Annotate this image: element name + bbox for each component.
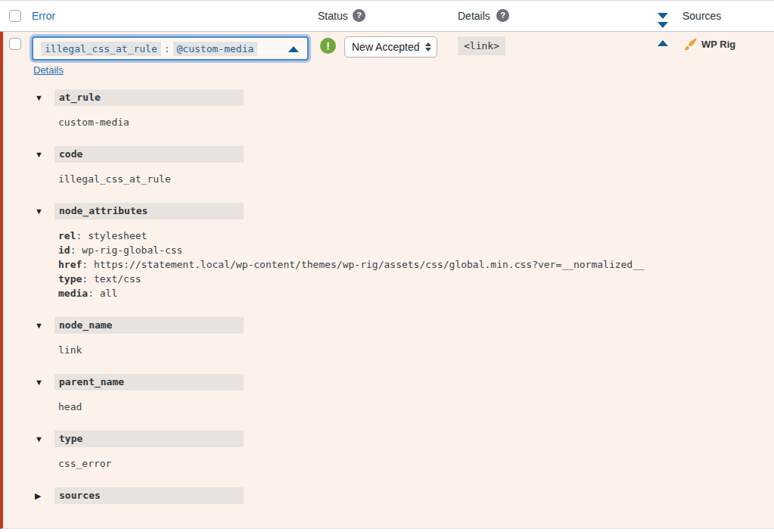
section-label[interactable]: sources (54, 487, 244, 504)
select-all-checkbox[interactable] (9, 10, 21, 22)
error-code-chip: illegal_css_at_rule (41, 42, 161, 56)
row-checkbox[interactable] (9, 38, 21, 50)
validation-error-row: illegal_css_at_rule : @custom-media Deta… (0, 32, 774, 529)
collapse-section-icon[interactable]: ▼ (35, 317, 54, 334)
detail-section: ▼parent_namehead (35, 374, 746, 414)
collapse-section-icon[interactable]: ▼ (35, 374, 54, 390)
section-content-line: link (58, 343, 746, 357)
detail-section: ▶sources (35, 487, 746, 504)
collapse-sources-icon[interactable] (657, 40, 668, 46)
column-header-details: Details (458, 10, 490, 23)
section-header: ▼parent_name (35, 374, 746, 390)
chevron-down-icon (657, 22, 668, 28)
status-help-icon[interactable]: ? (353, 9, 365, 22)
section-content-line: href: https://statement.local/wp-content… (58, 257, 746, 272)
section-header: ▼node_attributes (35, 203, 746, 219)
column-header-error[interactable]: Error (32, 10, 55, 23)
section-label[interactable]: code (54, 146, 244, 163)
status-select-value: New Accepted (352, 41, 420, 53)
collapse-section-icon[interactable]: ▼ (35, 146, 54, 163)
section-content-line: css_error (58, 456, 746, 471)
paintbrush-icon (683, 37, 698, 51)
section-content-line: head (58, 400, 746, 414)
detail-section: ▼node_namelink (35, 317, 746, 357)
error-details-sections: ▼at_rulecustom-media▼codeillegal_css_at_… (35, 89, 746, 521)
section-content-line: custom-media (58, 115, 746, 129)
section-header: ▶sources (35, 487, 746, 504)
section-content: custom-media (58, 115, 746, 129)
section-label[interactable]: node_attributes (54, 203, 244, 219)
section-header: ▼at_rule (35, 89, 746, 106)
error-separator: : (164, 43, 170, 54)
detail-section: ▼codeillegal_css_at_rule (35, 146, 746, 186)
section-content: rel: stylesheetid: wp-rig-global-csshref… (58, 229, 746, 300)
status-new-accepted-icon: ! (320, 38, 336, 54)
section-content-line: id: wp-rig-global-css (58, 243, 746, 257)
detail-section: ▼typecss_error (35, 431, 746, 471)
validation-errors-screen: Error Status ? Details ? Sources illegal… (0, 0, 774, 532)
details-link[interactable]: Details (33, 64, 64, 76)
collapse-section-icon[interactable]: ▼ (35, 203, 54, 219)
column-header-sources: Sources (682, 10, 721, 23)
section-label[interactable]: node_name (54, 317, 244, 334)
section-content-line: type: text/css (58, 272, 746, 286)
details-help-icon[interactable]: ? (496, 9, 509, 22)
section-content-line: illegal_css_at_rule (58, 172, 746, 186)
select-spinner-icon (425, 42, 431, 51)
section-header: ▼node_name (35, 317, 746, 334)
section-header: ▼code (35, 146, 746, 163)
error-summary-toggle[interactable]: illegal_css_at_rule : @custom-media (32, 36, 309, 61)
section-content-line: rel: stylesheet (58, 229, 746, 243)
source-name: WP Rig (701, 39, 735, 50)
section-content: head (58, 400, 746, 414)
error-status-select[interactable]: New Accepted (344, 36, 437, 58)
section-label[interactable]: type (54, 431, 244, 447)
chevron-down-icon (657, 13, 668, 19)
section-content-line: media: all (58, 286, 746, 300)
section-content: css_error (58, 456, 746, 471)
error-value-chip: @custom-media (173, 42, 258, 56)
source: WP Rig (683, 37, 735, 51)
column-header-status: Status (318, 10, 348, 23)
collapse-error-icon (288, 46, 299, 52)
expand-section-icon[interactable]: ▶ (35, 487, 54, 504)
detail-section: ▼at_rulecustom-media (35, 89, 746, 129)
collapse-section-icon[interactable]: ▼ (35, 89, 54, 106)
section-label[interactable]: at_rule (54, 89, 244, 106)
section-label[interactable]: parent_name (54, 374, 244, 390)
collapse-section-icon[interactable]: ▼ (35, 431, 54, 447)
table-header: Error Status ? Details ? Sources (0, 1, 774, 32)
section-header: ▼type (35, 431, 746, 447)
details-node-badge: <link> (458, 36, 505, 55)
detail-section: ▼node_attributesrel: stylesheetid: wp-ri… (35, 203, 746, 300)
section-content: illegal_css_at_rule (58, 172, 746, 186)
section-content: link (58, 343, 746, 357)
